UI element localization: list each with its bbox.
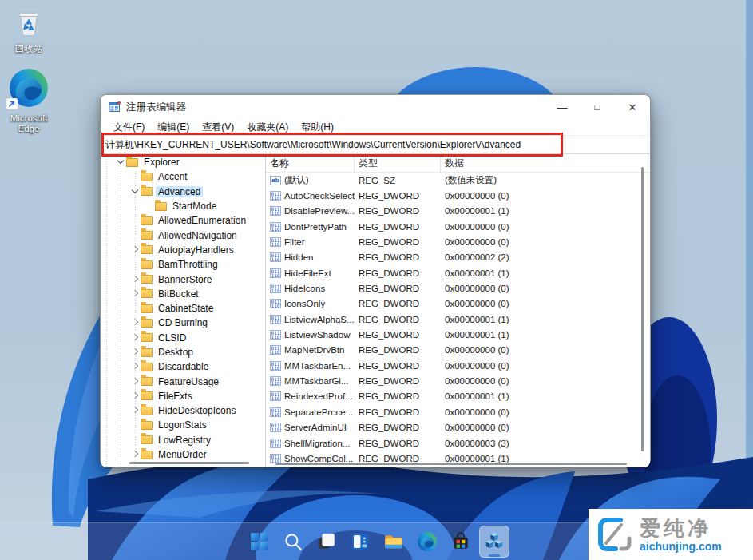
tree-hscrollbar[interactable] — [129, 462, 249, 464]
registry-value-row[interactable]: 011110MapNetDrvBtnREG_DWORD0x00000000 (0… — [266, 343, 650, 358]
list-header: 名称 类型 数据 — [266, 154, 650, 173]
registry-value-row[interactable]: 011110AutoCheckSelectREG_DWORD0x00000000… — [266, 188, 650, 203]
registry-value-row[interactable]: 011110ListviewShadowREG_DWORD0x00000001 … — [266, 327, 650, 342]
chevron-right-icon[interactable] — [129, 405, 141, 416]
menu-item-3[interactable]: 收藏夹(A) — [240, 119, 295, 136]
tree-item-hidedesktopicons[interactable]: HideDesktopIcons — [101, 403, 265, 418]
registry-value-row[interactable]: 011110HideIconsREG_DWORD0x00000000 (0) — [266, 280, 650, 296]
tree-item-featureusage[interactable]: FeatureUsage — [101, 374, 265, 388]
tree-item-desktop[interactable]: Desktop — [101, 345, 265, 359]
registry-value-row[interactable]: 011110MMTaskbarEn...REG_DWORD0x00000000 … — [266, 358, 650, 373]
chevron-right-icon[interactable] — [129, 361, 141, 372]
value-name: SeparateProce... — [284, 407, 353, 417]
taskbar-widgets-button[interactable] — [345, 526, 375, 558]
registry-value-row[interactable]: 011110SeparateProce...REG_DWORD0x0000000… — [266, 404, 650, 419]
chevron-down-icon[interactable] — [129, 186, 141, 197]
menu-item-4[interactable]: 帮助(H) — [295, 119, 340, 136]
value-type: REG_DWORD — [355, 330, 441, 340]
taskbar-task-view-button[interactable] — [311, 526, 342, 558]
tree-item-label: Accent — [156, 171, 190, 182]
taskbar-store-button[interactable] — [446, 526, 476, 558]
registry-value-row[interactable]: 011110IconsOnlyREG_DWORD0x00000000 (0) — [266, 296, 650, 312]
address-bar[interactable]: 计算机\HKEY_CURRENT_USER\Software\Microsoft… — [101, 135, 650, 154]
registry-value-row[interactable]: 011110DisablePreview...REG_DWORD0x000000… — [266, 204, 650, 219]
chevron-right-icon[interactable] — [129, 376, 141, 387]
value-type: REG_DWORD — [355, 268, 441, 278]
registry-value-row[interactable]: 011110HiddenREG_DWORD0x00000002 (2) — [266, 250, 650, 265]
column-header-data[interactable]: 数据 — [441, 154, 650, 172]
value-name: Hidden — [284, 252, 313, 262]
registry-value-row[interactable]: 011110DontPrettyPathREG_DWORD0x00000000 … — [266, 219, 650, 234]
tree-item-label: Desktop — [156, 347, 196, 358]
value-data: 0x00000000 (0) — [441, 299, 650, 308]
tree-item-accent[interactable]: Accent — [101, 169, 265, 184]
value-data: 0x00000001 (1) — [441, 391, 650, 401]
registry-value-row[interactable]: 011110ReindexedProf...REG_DWORD0x0000000… — [266, 389, 650, 404]
tree-item-logonstats[interactable]: LogonStats — [101, 418, 265, 432]
tree-item-bitbucket[interactable]: BitBucket — [101, 287, 265, 301]
column-header-name[interactable]: 名称 — [266, 154, 355, 172]
tree-item-cd-burning[interactable]: CD Burning — [101, 316, 265, 330]
registry-value-row[interactable]: 011110HideFileExtREG_DWORD0x00000001 (1) — [266, 265, 650, 280]
watermark-brand: 爱纯净 — [640, 518, 722, 538]
chevron-spacer — [129, 303, 141, 314]
chevron-right-icon[interactable] — [129, 332, 141, 344]
menu-item-2[interactable]: 查看(V) — [196, 119, 240, 136]
chevron-right-icon[interactable] — [129, 391, 141, 402]
registry-value-row[interactable]: 011110ShellMigration...REG_DWORD0x000000… — [266, 435, 650, 451]
folder-icon — [141, 421, 153, 430]
list-hscrollbar[interactable] — [275, 463, 627, 465]
desktop-icon-recycle-bin[interactable]: 回收站 — [0, 6, 57, 54]
tree-item-allowednavigation[interactable]: AllowedNavigation — [101, 228, 265, 242]
tree-item-label: AllowedNavigation — [156, 230, 240, 241]
chevron-right-icon[interactable] — [129, 317, 141, 328]
registry-value-row[interactable]: 011110FilterREG_DWORD0x00000000 (0) — [266, 234, 650, 249]
chevron-right-icon[interactable] — [129, 288, 141, 300]
tree-item-fileexts[interactable]: FileExts — [101, 389, 265, 403]
menu-item-1[interactable]: 编辑(E) — [151, 119, 196, 136]
tree-item-label: CabinetState — [156, 303, 216, 314]
menu-item-0[interactable]: 文件(F) — [107, 119, 151, 136]
tree-item-label: MenuOrder — [156, 449, 209, 460]
value-name: ShellMigration... — [284, 439, 350, 448]
chevron-right-icon[interactable] — [129, 449, 141, 460]
registry-value-row[interactable]: 011110MMTaskbarGl...REG_DWORD0x00000000 … — [266, 373, 650, 388]
chevron-down-icon[interactable] — [115, 157, 126, 168]
column-header-type[interactable]: 类型 — [355, 154, 441, 172]
registry-value-row[interactable]: 011110ListviewAlphaS...REG_DWORD0x000000… — [266, 312, 650, 327]
close-button[interactable]: ✕ — [615, 95, 650, 119]
title-bar[interactable]: 注册表编辑器 — □ ✕ — [101, 95, 650, 119]
tree-item-explorer[interactable]: Explorer — [101, 155, 265, 169]
tree-item-label: StartMode — [170, 201, 219, 212]
taskbar-search-button[interactable] — [278, 526, 308, 558]
resize-grip-icon[interactable] — [642, 459, 648, 466]
value-data: 0x00000000 (0) — [441, 284, 650, 293]
registry-value-row[interactable]: 011110ServerAdminUIREG_DWORD0x00000000 (… — [266, 420, 650, 435]
maximize-button[interactable]: □ — [580, 95, 615, 119]
chevron-right-icon[interactable] — [129, 347, 141, 358]
tree-item-startmode[interactable]: StartMode — [101, 199, 265, 213]
tree-item-clsid[interactable]: CLSID — [101, 331, 265, 345]
tree-item-lowregistry[interactable]: LowRegistry — [101, 433, 265, 447]
tree-item-bannerstore[interactable]: BannerStore — [101, 272, 265, 286]
tree-item-cabinetstate[interactable]: CabinetState — [101, 301, 265, 316]
minimize-button[interactable]: — — [545, 95, 580, 119]
tree-item-discardable[interactable]: Discardable — [101, 359, 265, 374]
tree-item-allowedenumeration[interactable]: AllowedEnumeration — [101, 213, 265, 228]
tree-item-advanced[interactable]: Advanced — [101, 185, 265, 199]
value-type: REG_DWORD — [355, 376, 441, 386]
list-vscrollbar[interactable] — [641, 167, 644, 451]
tree-item-menuorder[interactable]: MenuOrder — [101, 447, 265, 462]
tree-item-autoplayhandlers[interactable]: AutoplayHandlers — [101, 243, 265, 257]
taskbar-start-button[interactable] — [244, 526, 275, 558]
registry-value-row[interactable]: ab(默认)REG_SZ(数值未设置) — [266, 173, 650, 188]
taskbar-regedit-button[interactable] — [479, 526, 509, 558]
desktop-icon-microsoft-edge[interactable]: Microsoft Edge — [0, 67, 57, 134]
value-data: 0x00000000 (0) — [441, 407, 650, 417]
taskbar-file-explorer-button[interactable] — [378, 526, 409, 558]
tree-item-bamthrottling[interactable]: BamThrottling — [101, 257, 265, 272]
chevron-right-icon[interactable] — [129, 244, 141, 256]
folder-icon — [141, 187, 153, 196]
chevron-right-icon[interactable] — [129, 274, 141, 285]
taskbar-edge-button[interactable] — [412, 526, 442, 558]
